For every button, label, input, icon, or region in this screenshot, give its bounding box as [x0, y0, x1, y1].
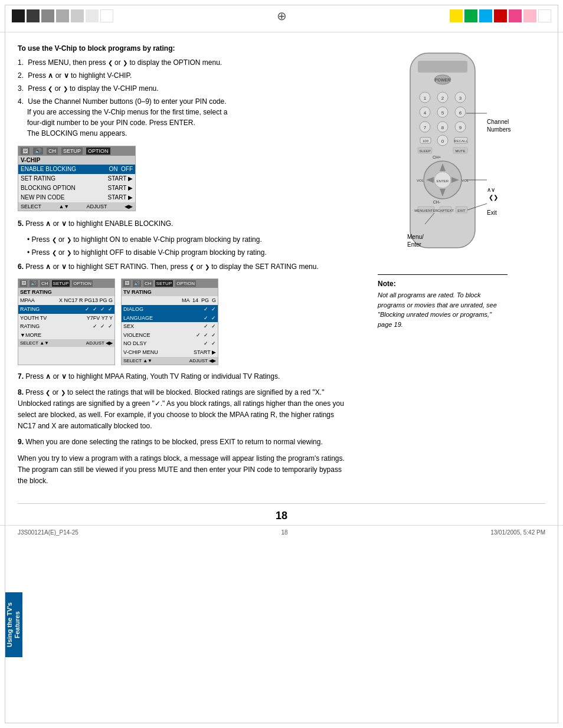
set-rating-title: SET RATING	[18, 288, 114, 296]
swatch-yellow	[450, 9, 463, 22]
footer-doc-id: J3S00121A(E)_P14-25	[18, 529, 78, 536]
bottom-footer: J3S00121A(E)_P14-25 18 13/01/2005, 5:42 …	[0, 525, 563, 539]
set-rating-footer: SELECT ▲▼ ADJUST ◀▶	[18, 339, 114, 347]
tv-rating-footer: SELECT ▲▼ ADJUST ◀▶	[122, 357, 218, 365]
set-rating-row-rating: RATING ✓ ✓ ✓ ✓	[18, 305, 114, 314]
tab-audio: 🔊	[33, 147, 43, 155]
main-content: To use the V-Chip to block programs by r…	[0, 32, 563, 503]
set-rating-row-more: ▼MORE	[18, 331, 114, 340]
step-6: 6. Press or to highlight SET RATING. The…	[18, 261, 348, 273]
set-rating-row-youth: YOUTH TV Y7FV Y7 Y	[18, 314, 114, 323]
bottom-paragraph: When you try to view a program with a ra…	[18, 453, 348, 487]
menu-header-tabs: 🖼 🔊 CH SETUP OPTION	[18, 146, 135, 156]
left-column: To use the V-Chip to block programs by r…	[18, 44, 348, 491]
tv-rating-dialog: DIALOG ✓ ✓	[122, 305, 218, 314]
step-7: 7. Press or to highlight MPAA Rating, Yo…	[18, 371, 348, 382]
tab-setup: SETUP	[61, 147, 83, 155]
tab-ch: CH	[47, 147, 58, 155]
step-5-bullets: Press or to highlight ON to enable V-Chi…	[27, 234, 348, 258]
steps-list: 1. Press MENU, then press or to display …	[18, 57, 348, 139]
swatch-lightpink	[523, 9, 536, 22]
section-title: To use the V-Chip to block programs by r…	[18, 44, 348, 53]
swatch-offwhite	[86, 9, 99, 22]
tv-rating-col-headers: MA 14 PG G	[122, 296, 218, 305]
swatch-green	[464, 9, 477, 22]
step-9: 9. When you are done selecting the ratin…	[18, 437, 348, 448]
tv-rating-vchip-menu: V-CHIP MENU START ▶	[122, 348, 218, 357]
swatch-lightgray	[56, 9, 69, 22]
crosshair-center: ⊕	[113, 9, 450, 23]
bullet-5-1: Press or to highlight ON to enable V-Chi…	[27, 234, 348, 245]
swatch-dark	[27, 9, 40, 22]
swatch-silver	[71, 9, 84, 22]
swatch-pink	[509, 9, 522, 22]
vchip-menu-screenshot: 🖼 🔊 CH SETUP OPTION V-CHIP ENABLE BLOCKI…	[18, 146, 136, 211]
step-5-main: 5. Press or to highlight ENABLE BLOCKING…	[18, 218, 348, 229]
exit-label: Exit	[487, 209, 497, 216]
remote-container: POWER 1 2 3 4 5 6 7 8	[360, 44, 525, 329]
swatch-gray	[41, 9, 54, 22]
sidebar-label: Using the TV's Features	[5, 592, 22, 657]
menu-row-enable-blocking: ENABLE BLOCKING ON OFF	[18, 165, 135, 174]
swatch-red	[494, 9, 507, 22]
note-text: Not all programs are rated. To block pro…	[378, 290, 508, 329]
top-bar: ⊕	[0, 0, 563, 32]
step-3: 3. Press or to display the V-CHIP menu.	[18, 83, 348, 94]
menu-footer: SELECT ▲▼ ADJUST ◀▶	[18, 202, 135, 211]
set-rating-row-mpaa-header: MPAA X NC17 R PG13 PG G	[18, 296, 114, 305]
note-title: Note:	[378, 280, 508, 288]
set-rating-header: 🖼 🔊 CH SETUP OPTION	[18, 279, 114, 288]
swatch-cyan	[479, 9, 492, 22]
step-5-container: 5. Press or to highlight ENABLE BLOCKING…	[18, 218, 348, 258]
swatches-right	[450, 9, 551, 22]
step-4: 4. Use the Channel Number buttons (0–9) …	[18, 96, 348, 139]
menu-row-set-rating: SET RATING START ▶	[18, 174, 135, 183]
set-rating-menu: 🖼 🔊 CH SETUP OPTION SET RATING MPAA X NC…	[18, 278, 115, 365]
step-2: 2. Press or to highlight V-CHIP.	[18, 70, 348, 81]
tv-rating-sex: SEX ✓ ✓	[122, 322, 218, 331]
channel-numbers-label: ChannelNumbers	[487, 118, 511, 133]
menu-enter-label: Menu/Enter	[407, 233, 424, 248]
tv-rating-menu: 🖼 🔊 CH SETUP OPTION TV RATING MA 14 PG G…	[121, 278, 218, 365]
step-8: 8. Press or to select the ratings that w…	[18, 387, 348, 432]
tv-rating-violence: VIOLENCE ✓ ✓ ✓	[122, 331, 218, 340]
right-column: POWER 1 2 3 4 5 6 7 8	[360, 44, 525, 491]
swatch-black	[12, 9, 25, 22]
tab-picture: 🖼	[21, 147, 30, 155]
tv-rating-header: 🖼 🔊 CH SETUP OPTION	[122, 279, 218, 288]
swatch-white2	[538, 9, 551, 22]
step-1: 1. Press MENU, then press or to display …	[18, 57, 348, 68]
tv-rating-language: LANGUAGE ✓ ✓	[122, 314, 218, 323]
tab-option: OPTION	[86, 147, 110, 155]
footer-date: 13/01/2005, 5:42 PM	[490, 529, 545, 536]
menus-row: 🖼 🔊 CH SETUP OPTION SET RATING MPAA X NC…	[18, 278, 348, 365]
menu-vchip-title: V-CHIP	[18, 156, 135, 165]
note-box: Note: Not all programs are rated. To blo…	[378, 274, 508, 329]
page-number: 18	[18, 503, 545, 525]
menu-row-new-pin: NEW PIN CODE START ▶	[18, 193, 135, 202]
av-arrows-label: ∧∨ ❮❯	[487, 186, 508, 201]
set-rating-row-youth2: RATING ✓ ✓ ✓	[18, 322, 114, 331]
bullet-5-2: Press or to highlight OFF to disable V-C…	[27, 247, 348, 258]
swatches-left	[12, 9, 113, 22]
tv-rating-title: TV RATING	[122, 288, 218, 296]
swatch-white	[100, 9, 113, 22]
footer-page-num: 18	[281, 529, 287, 536]
remote-labels: ChannelNumbers ∧∨ ❮❯ Exit Menu/Enter	[378, 62, 508, 263]
crosshair-icon: ⊕	[277, 9, 287, 23]
menu-row-blocking-option: BLOCKING OPTION START ▶	[18, 183, 135, 193]
tv-rating-nodlsy: NO DLSY ✓ ✓	[122, 339, 218, 348]
